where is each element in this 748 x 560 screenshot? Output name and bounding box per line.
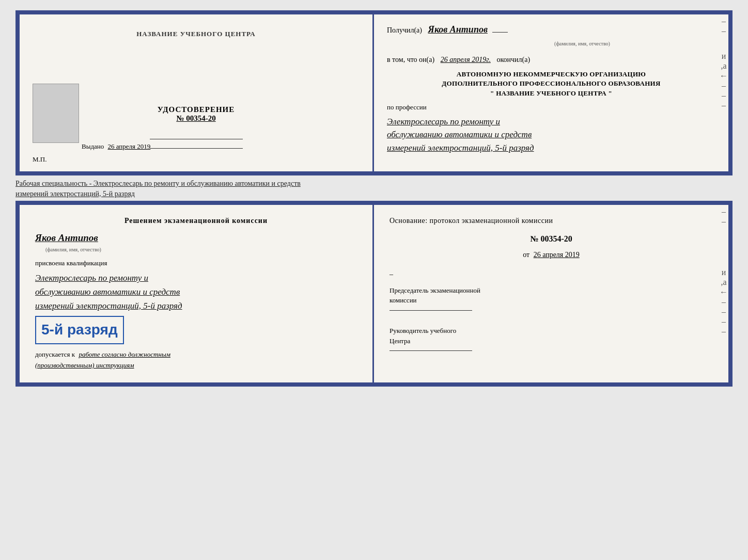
dopusk-prefix: допускается к <box>35 350 75 358</box>
protocol-date-value: 26 апреля 2019 <box>534 251 580 259</box>
dash-3: и <box>722 52 726 60</box>
qual-line2: обслуживанию автоматики и средств <box>35 285 357 299</box>
chairman-block: Председатель экзаменационной комиссии <box>389 285 713 316</box>
org-line2: ДОПОЛНИТЕЛЬНОГО ПРОФЕССИОНАЛЬНОГО ОБРАЗО… <box>387 79 715 88</box>
qualification-block: Электрослесарь по ремонту и обслуживанию… <box>35 271 357 313</box>
person-name-bottom: Яков Антипов <box>35 230 357 246</box>
dash-r5: ← <box>720 288 728 296</box>
recipient-subtext: (фамилия, имя, отчество) <box>449 40 715 48</box>
head-sig-line <box>389 350 472 351</box>
date-prefix: в том, что он(а) <box>387 56 434 63</box>
dash-5: ← <box>720 72 728 80</box>
head-label: Руководитель учебного <box>389 326 713 336</box>
udostoverenie-block: УДОСТОВЕРЕНИЕ № 00354-20 <box>150 105 243 151</box>
photo-placeholder <box>33 84 79 143</box>
protocol-date: от 26 апреля 2019 <box>389 249 713 261</box>
decision-title: Решением экзаменационной комиссии <box>35 215 357 227</box>
right-strip-bottom: – – и ,а ← – – – – <box>719 205 728 382</box>
razryad-big: 5-й разряд <box>41 322 118 338</box>
middle-text: Рабочая специальность - Электрослесарь п… <box>15 179 733 199</box>
recipient-prefix: Получил(а) <box>387 26 422 34</box>
qual-line3: измерений электростанций, 5-й разряд <box>35 299 357 313</box>
person-subtext-bottom: (фамилия, имя, отчество) <box>45 246 357 254</box>
dash-6: – <box>722 82 726 90</box>
school-name-top: НАЗВАНИЕ УЧЕБНОГО ЦЕНТРА <box>136 30 256 38</box>
profession-line1: Электрослесарь по ремонту и <box>387 115 715 129</box>
protocol-date-prefix: от <box>523 251 529 259</box>
bottom-doc-right: – – и ,а ← – – – – Основание: протокол э… <box>374 205 728 382</box>
chairman-label: Председатель экзаменационной <box>389 285 713 296</box>
udostoverenie-title: УДОСТОВЕРЕНИЕ <box>150 105 243 114</box>
date-line: в том, что он(а) 26 апреля 2019г. окончи… <box>387 54 715 66</box>
date-value: 26 апреля 2019г. <box>441 56 491 63</box>
vydano-date: 26 апреля 2019 <box>108 142 151 150</box>
dopusk-line: допускается к работе согласно должностны… <box>35 349 357 371</box>
mp-label: М.П. <box>33 155 46 164</box>
recipient-name: Яков Антипов <box>428 24 487 35</box>
profession-label-top: по профессии <box>387 102 715 113</box>
dash-r2: – <box>722 217 726 226</box>
dash-8: – <box>722 101 726 109</box>
profession-value-top: Электрослесарь по ремонту и обслуживанию… <box>387 115 715 155</box>
top-document: НАЗВАНИЕ УЧЕБНОГО ЦЕНТРА УДОСТОВЕРЕНИЕ №… <box>15 10 733 175</box>
date-suffix: окончил(а) <box>496 56 530 63</box>
dash-1: – <box>722 17 726 25</box>
profession-line3: измерений электростанций, 5-й разряд <box>387 141 715 155</box>
profession-line2: обслуживанию автоматики и средств <box>387 128 715 141</box>
dash-2: – <box>722 27 726 35</box>
head-block: Руководитель учебного Центра <box>389 326 713 356</box>
dash-7: – <box>722 91 726 100</box>
top-doc-right: – – и ,а ← – – – Получил(а) Яков Антипов… <box>374 14 728 171</box>
head-label2: Центра <box>389 336 713 346</box>
org-block: АВТОНОМНУЮ НЕКОММЕРЧЕСКУЮ ОРГАНИЗАЦИЮ ДО… <box>387 70 715 98</box>
protocol-num: № 00354-20 <box>389 232 713 246</box>
dash-4: ,а <box>721 62 726 70</box>
bottom-doc-left: Решением экзаменационной комиссии Яков А… <box>20 205 374 382</box>
vydano-line: Выдано 26 апреля 2019 <box>82 142 150 151</box>
dash-r1: – <box>722 207 726 216</box>
org-line3: " НАЗВАНИЕ УЧЕБНОГО ЦЕНТРА " <box>387 89 715 98</box>
person-block: Яков Антипов (фамилия, имя, отчество) <box>35 230 357 254</box>
recipient-line: Получил(а) Яков Антипов <box>387 22 715 37</box>
osnov-label: Основание: протокол экзаменационной коми… <box>389 215 713 227</box>
chairman-label2: комиссии <box>389 295 713 306</box>
dash-r3: и <box>722 268 726 277</box>
dash-r8: – <box>722 317 726 326</box>
middle-line2: измерений электростанций, 5-й разряд <box>15 190 135 198</box>
chairman-sig-line <box>389 310 472 311</box>
page-wrapper: НАЗВАНИЕ УЧЕБНОГО ЦЕНТРА УДОСТОВЕРЕНИЕ №… <box>5 5 743 392</box>
dash-right: – <box>389 269 713 280</box>
bottom-document: Решением экзаменационной комиссии Яков А… <box>15 201 733 387</box>
dash-r7: – <box>722 308 726 316</box>
dopusk-text2: (производственным) инструкциям <box>35 361 134 369</box>
qual-line1: Электрослесарь по ремонту и <box>35 271 357 285</box>
dash-r9: – <box>722 327 726 335</box>
dash-r4: ,а <box>721 278 726 286</box>
org-line1: АВТОНОМНУЮ НЕКОММЕРЧЕСКУЮ ОРГАНИЗАЦИЮ <box>387 70 715 79</box>
right-strip: – – и ,а ← – – – <box>719 14 728 171</box>
razryad-box: 5-й разряд <box>35 316 124 344</box>
middle-line1: Рабочая специальность - Электрослесарь п… <box>15 180 301 187</box>
dash-r6: – <box>722 298 726 306</box>
udostoverenie-number: № 00354-20 <box>150 114 243 123</box>
dopusk-text: работе согласно должностным <box>79 350 170 358</box>
top-doc-left: НАЗВАНИЕ УЧЕБНОГО ЦЕНТРА УДОСТОВЕРЕНИЕ №… <box>20 14 374 171</box>
assigned-label: присвоена квалификация <box>35 258 357 269</box>
vydano-label: Выдано <box>82 142 104 150</box>
